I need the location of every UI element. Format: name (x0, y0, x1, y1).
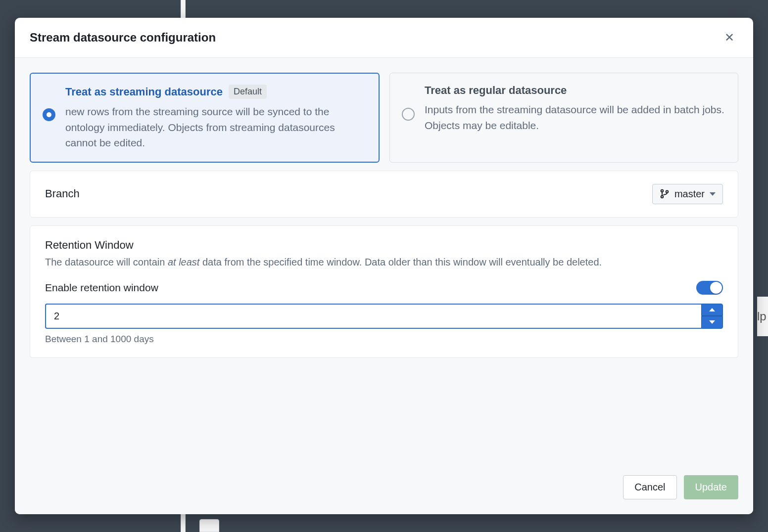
svg-point-0 (661, 190, 664, 192)
retention-desc-em: at least (168, 257, 199, 267)
dialog-header: Stream datasource configuration ✕ (15, 18, 753, 58)
option-regular-title-row: Treat as regular datasource (425, 84, 726, 97)
retention-desc-pre: The datasource will contain (45, 257, 168, 267)
option-regular-title: Treat as regular datasource (425, 84, 567, 97)
branch-select[interactable]: master (652, 184, 723, 204)
svg-point-2 (666, 190, 669, 193)
retention-title: Retention Window (45, 239, 723, 252)
stepper-down-button[interactable] (701, 316, 723, 329)
retention-input[interactable] (45, 304, 701, 329)
default-tag: Default (229, 85, 267, 99)
option-streaming-title: Treat as streaming datasource (65, 86, 223, 98)
retention-panel: Retention Window The datasource will con… (30, 225, 738, 358)
option-regular[interactable]: Treat as regular datasource Inputs from … (389, 73, 738, 163)
stepper-up-button[interactable] (701, 304, 723, 316)
git-branch-icon (660, 189, 670, 199)
option-regular-text: Treat as regular datasource Inputs from … (425, 84, 726, 133)
dialog-title: Stream datasource configuration (30, 31, 216, 44)
dialog-body: Treat as streaming datasource Default ne… (15, 58, 753, 465)
branch-label: Branch (45, 187, 80, 200)
update-button[interactable]: Update (684, 475, 739, 499)
stream-config-dialog: Stream datasource configuration ✕ Treat … (15, 18, 753, 514)
enable-retention-label: Enable retention window (45, 282, 158, 294)
cancel-button[interactable]: Cancel (623, 475, 676, 499)
chevron-down-icon (709, 320, 715, 324)
branch-value: master (674, 188, 705, 200)
toggle-knob (710, 282, 722, 294)
option-streaming-title-row: Treat as streaming datasource Default (65, 85, 367, 99)
radio-streaming[interactable] (43, 108, 55, 121)
close-icon[interactable]: ✕ (720, 30, 738, 45)
chevron-up-icon (709, 308, 715, 311)
enable-retention-toggle[interactable] (696, 281, 723, 295)
background-cell (199, 519, 219, 532)
branch-panel: Branch master (30, 171, 738, 218)
retention-desc-post: data from the specified time window. Dat… (199, 257, 602, 267)
retention-stepper (45, 304, 723, 329)
retention-hint: Between 1 and 1000 days (45, 334, 723, 345)
option-streaming-desc: new rows from the streaming source will … (65, 104, 367, 151)
enable-retention-row: Enable retention window (45, 281, 723, 295)
svg-point-1 (661, 196, 664, 198)
option-regular-desc: Inputs from the streaming datasource wil… (425, 102, 726, 133)
dialog-footer: Cancel Update (15, 465, 753, 514)
datasource-mode-options: Treat as streaming datasource Default ne… (30, 73, 738, 163)
chevron-down-icon (710, 192, 716, 196)
background-fragment: lp (757, 297, 768, 336)
option-streaming-text: Treat as streaming datasource Default ne… (65, 85, 367, 151)
option-streaming[interactable]: Treat as streaming datasource Default ne… (30, 73, 380, 163)
retention-desc: The datasource will contain at least dat… (45, 257, 723, 268)
stepper-buttons (701, 304, 723, 329)
radio-regular[interactable] (402, 108, 415, 121)
